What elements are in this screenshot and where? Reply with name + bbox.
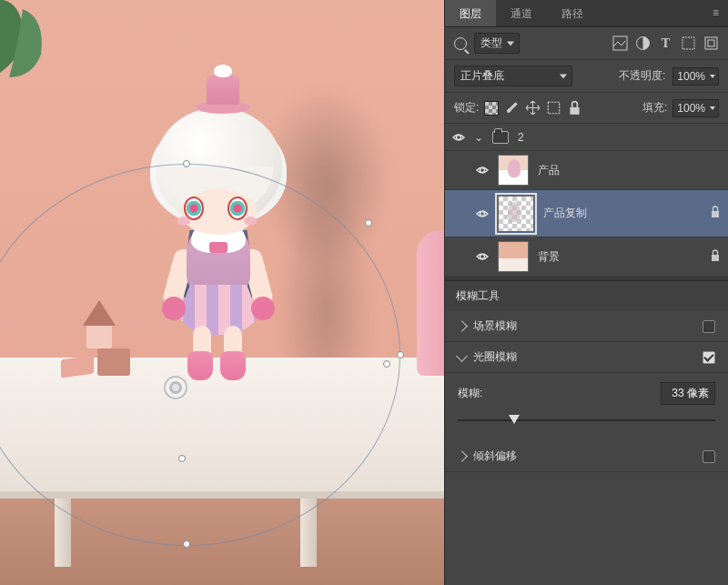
filter-shape-icon[interactable] (681, 35, 696, 51)
plant-leaf (0, 0, 55, 100)
table-edge (0, 491, 444, 499)
layer-filter-row: 类型 T (445, 27, 728, 60)
layers-list: ⌄ 2 产品 产品复制 背景 (445, 124, 728, 277)
visibility-icon[interactable] (452, 131, 465, 144)
opacity-value[interactable]: 100% (672, 67, 719, 86)
blur-handle[interactable] (183, 540, 190, 548)
field-blur-checkbox[interactable] (703, 320, 715, 333)
table-leg (55, 489, 71, 567)
tab-paths[interactable]: 路径 (547, 0, 598, 26)
filter-adjustment-icon[interactable] (635, 35, 651, 51)
field-blur-label: 场景模糊 (473, 318, 517, 334)
doll-figure (127, 71, 309, 380)
filter-smart-icon[interactable] (703, 35, 719, 51)
svg-point-11 (480, 255, 485, 259)
layer-name[interactable]: 产品复制 (543, 206, 587, 221)
blur-handle[interactable] (383, 360, 390, 368)
lock-position-icon[interactable] (525, 100, 541, 116)
lock-icon[interactable] (710, 206, 721, 221)
filter-type-select[interactable]: 类型 (474, 33, 520, 54)
svg-rect-6 (571, 107, 580, 115)
blur-handle[interactable] (365, 219, 372, 227)
chevron-right-icon (456, 320, 468, 332)
opacity-label: 不透明度: (619, 68, 665, 84)
fill-label: 填充: (642, 100, 667, 116)
tilt-shift-label: 倾斜偏移 (473, 449, 517, 464)
panel-menu-icon[interactable]: ≡ (703, 0, 728, 26)
image-canvas[interactable] (0, 0, 444, 585)
svg-rect-10 (712, 211, 719, 217)
tilt-shift-accordion[interactable]: 倾斜偏移 (445, 441, 728, 472)
layer-item-selected[interactable]: 产品复制 (445, 190, 728, 237)
layer-thumbnail (498, 241, 529, 272)
blend-mode-row: 正片叠底 不透明度: 100% (445, 60, 728, 93)
filter-pixel-icon[interactable] (612, 35, 628, 51)
chevron-down-icon[interactable]: ⌄ (474, 131, 483, 144)
pink-pillar (417, 230, 444, 376)
layer-name[interactable]: 产品 (538, 163, 560, 178)
svg-rect-12 (712, 255, 719, 261)
table-leg (300, 489, 317, 567)
tab-layers[interactable]: 图层 (445, 0, 496, 26)
iris-blur-checkbox[interactable] (703, 351, 715, 364)
iris-blur-accordion[interactable]: 光圈模糊 (445, 342, 728, 373)
field-blur-accordion[interactable]: 场景模糊 (445, 311, 728, 342)
fill-value[interactable]: 100% (672, 99, 719, 117)
svg-point-9 (480, 211, 485, 216)
blur-tools-section: 模糊工具 场景模糊 光圈模糊 模糊: 33 像素 倾斜偏移 (445, 280, 728, 472)
panel-tabs: 图层 通道 路径 ≡ (445, 0, 728, 27)
layer-name[interactable]: 2 (518, 131, 524, 144)
layer-thumbnail (498, 196, 534, 232)
tab-channels[interactable]: 通道 (496, 0, 547, 26)
chevron-down-icon (456, 350, 468, 362)
folder-icon (492, 131, 509, 144)
svg-rect-4 (708, 40, 714, 46)
svg-point-8 (480, 168, 485, 173)
lock-row: 锁定: 填充: 100% (445, 93, 728, 124)
blur-center-pin[interactable] (164, 376, 187, 399)
svg-rect-5 (549, 102, 560, 113)
lock-artboard-icon[interactable] (546, 100, 561, 116)
layer-thumbnail (498, 155, 529, 186)
svg-point-7 (457, 135, 461, 139)
svg-rect-0 (613, 36, 627, 50)
iris-blur-label: 光圈模糊 (473, 349, 517, 365)
lock-label: 锁定: (454, 100, 479, 116)
blur-amount-value[interactable]: 33 像素 (661, 382, 715, 405)
layer-item[interactable]: 背景 (445, 237, 728, 277)
blur-amount-control: 模糊: 33 像素 (445, 373, 728, 441)
blur-tools-header: 模糊工具 (445, 281, 728, 311)
layer-group[interactable]: ⌄ 2 (445, 124, 728, 151)
blend-mode-select[interactable]: 正片叠底 (454, 66, 572, 86)
visibility-icon[interactable] (476, 164, 489, 177)
blur-amount-label: 模糊: (458, 386, 482, 401)
visibility-icon[interactable] (476, 250, 489, 263)
filter-type-icon[interactable]: T (658, 35, 673, 51)
lock-all-icon[interactable] (567, 100, 582, 116)
chevron-right-icon (456, 450, 468, 462)
lock-transparency-icon[interactable] (484, 101, 499, 116)
search-icon (454, 37, 467, 50)
slider-knob[interactable] (509, 415, 520, 424)
layer-item[interactable]: 产品 (445, 151, 728, 190)
svg-rect-2 (682, 37, 694, 49)
layers-panel: 图层 通道 路径 ≡ 类型 T 正片叠底 不透明度: 100% 锁定: 填充: … (444, 0, 728, 585)
blur-handle[interactable] (183, 160, 190, 167)
lock-brush-icon[interactable] (504, 100, 520, 116)
visibility-icon[interactable] (476, 207, 489, 220)
lock-icon[interactable] (710, 249, 721, 265)
blur-amount-slider[interactable] (458, 414, 715, 427)
blur-handle[interactable] (397, 351, 404, 358)
tilt-shift-checkbox[interactable] (703, 450, 715, 463)
svg-rect-3 (705, 37, 717, 49)
layer-name[interactable]: 背景 (538, 249, 560, 265)
blur-handle[interactable] (178, 455, 186, 462)
